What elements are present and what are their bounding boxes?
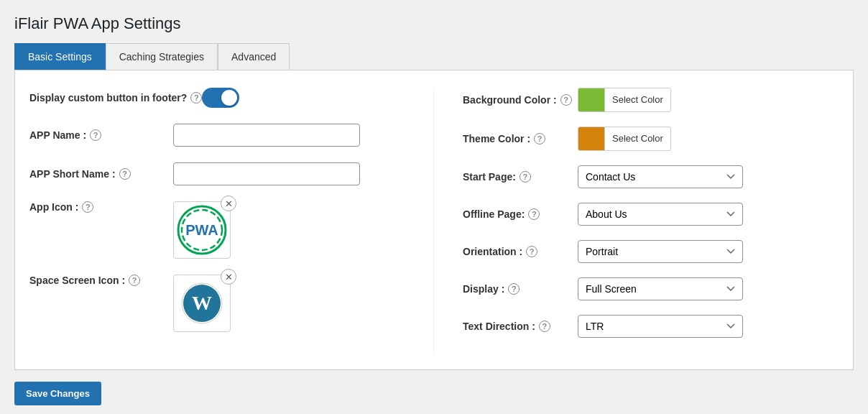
svg-text:W: W (192, 292, 212, 314)
footer-toggle-label: Display custom button in footer? ? (29, 92, 202, 104)
bg-color-label: Background Color : ? (463, 94, 578, 106)
footer-toggle-wrap[interactable] (202, 88, 239, 108)
page-title: iFlair PWA App Settings (14, 14, 854, 33)
offline-page-select[interactable]: About Us Contact Us Home (578, 203, 743, 226)
right-column: Background Color : ? Select Color Theme … (434, 88, 839, 352)
start-page-row: Start Page: ? Contact Us About Us Home (463, 165, 839, 188)
pwa-icon-svg: PWA (177, 205, 227, 255)
app-short-name-row: APP Short Name : ? PWA App (29, 162, 405, 185)
space-screen-upload[interactable]: W ✕ (173, 275, 231, 332)
app-icon-label: App Icon : ? (29, 201, 173, 213)
orientation-label: Orientation : ? (463, 246, 578, 257)
space-screen-help-icon: ? (129, 275, 140, 286)
toggle-slider (202, 88, 239, 108)
text-dir-label: Text Direction : ? (463, 321, 578, 332)
tab-basic[interactable]: Basic Settings (14, 43, 106, 70)
orientation-help-icon: ? (526, 246, 537, 257)
app-name-row: APP Name : ? PWA Test App (29, 124, 405, 147)
save-changes-button[interactable]: Save Changes (14, 382, 101, 405)
bg-color-select-label: Select Color (604, 88, 670, 111)
start-page-select[interactable]: Contact Us About Us Home (578, 165, 743, 188)
text-dir-help-icon: ? (539, 321, 550, 332)
theme-color-row: Theme Color : ? Select Color (463, 126, 839, 151)
footer-help-icon: ? (190, 92, 202, 104)
space-screen-icon-label: Space Screen Icon : ? (29, 275, 173, 286)
start-page-help-icon: ? (520, 171, 531, 183)
bg-color-help-icon: ? (560, 94, 572, 106)
text-dir-row: Text Direction : ? LTR RTL (463, 315, 839, 338)
app-icon-help-icon: ? (82, 201, 93, 213)
theme-color-select-label: Select Color (604, 127, 670, 150)
wp-icon-svg: W (180, 282, 223, 325)
app-short-name-label: APP Short Name : ? (29, 168, 173, 180)
app-icon-preview: PWA (173, 201, 231, 259)
bg-color-swatch (578, 88, 604, 111)
space-screen-remove-btn[interactable]: ✕ (221, 269, 236, 285)
tab-bar: Basic Settings Caching Strategies Advanc… (14, 43, 854, 70)
display-label: Display : ? (463, 283, 578, 295)
app-short-name-input[interactable]: PWA App (173, 162, 360, 185)
app-icon-upload[interactable]: PWA ✕ (173, 201, 231, 259)
tab-caching[interactable]: Caching Strategies (106, 43, 218, 70)
app-short-name-help-icon: ? (119, 168, 131, 180)
app-name-help-icon: ? (90, 129, 101, 141)
app-name-input[interactable]: PWA Test App (173, 124, 360, 147)
display-row: Display : ? Full Screen Standalone Minim… (463, 277, 839, 300)
offline-page-label: Offline Page: ? (463, 208, 578, 220)
theme-color-help-icon: ? (534, 133, 545, 144)
settings-panel: Display custom button in footer? ? APP N… (14, 70, 854, 370)
bg-color-btn[interactable]: Select Color (578, 88, 671, 112)
footer-toggle[interactable] (202, 88, 239, 108)
bg-color-row: Background Color : ? Select Color (463, 88, 839, 112)
orientation-row: Orientation : ? Portrait Landscape Any (463, 240, 839, 263)
theme-color-label: Theme Color : ? (463, 133, 578, 144)
offline-page-help-icon: ? (528, 208, 540, 220)
orientation-select[interactable]: Portrait Landscape Any (578, 240, 743, 263)
text-dir-select[interactable]: LTR RTL (578, 315, 743, 338)
tab-advanced[interactable]: Advanced (218, 43, 290, 70)
start-page-label: Start Page: ? (463, 171, 578, 183)
offline-page-row: Offline Page: ? About Us Contact Us Home (463, 203, 839, 226)
display-help-icon: ? (508, 283, 520, 295)
space-screen-icon-row: Space Screen Icon : ? W ✕ (29, 275, 405, 332)
app-icon-remove-btn[interactable]: ✕ (221, 196, 236, 211)
theme-color-swatch (578, 127, 604, 150)
left-column: Display custom button in footer? ? APP N… (29, 88, 434, 352)
footer-toggle-row: Display custom button in footer? ? (29, 88, 405, 108)
display-select[interactable]: Full Screen Standalone Minimal UI Browse… (578, 277, 743, 300)
theme-color-btn[interactable]: Select Color (578, 126, 671, 151)
app-name-label: APP Name : ? (29, 129, 173, 141)
svg-text:PWA: PWA (185, 222, 218, 238)
app-icon-row: App Icon : ? PWA ✕ (29, 201, 405, 259)
space-screen-preview: W (173, 275, 231, 332)
